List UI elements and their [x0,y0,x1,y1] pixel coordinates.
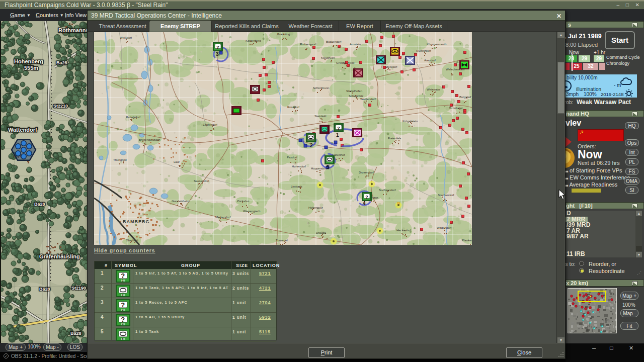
svg-text:Stechendorf: Stechendorf [438,194,454,197]
svg-text:Weißdorf: Weißdorf [120,36,132,39]
svg-text:5: 5 [122,338,124,340]
svg-text:Wotzendorf: Wotzendorf [360,98,376,101]
svg-text:Prachting: Prachting [277,33,290,36]
svg-text:Arendorf: Arendorf [424,59,436,62]
svg-text:Plankenfels: Plankenfels [462,239,472,242]
svg-text:St2190: St2190 [71,286,86,291]
svg-text:Burgstall: Burgstall [459,96,471,99]
svg-text:Hohendorf: Hohendorf [292,165,306,168]
svg-text:Schönbrunn: Schönbrunn [313,86,329,89]
svg-text:4: 4 [122,323,124,326]
svg-text:Turnagel: Turnagel [276,239,287,242]
svg-text:Buckendorf: Buckendorf [326,40,342,43]
svg-text:Gräfenhäusling: Gräfenhäusling [39,253,80,259]
svg-text:Ba28: Ba28 [70,331,82,336]
svg-text:Hohenpolz: Hohenpolz [308,206,323,209]
svg-text:?: ? [365,195,368,200]
svg-text:Hohenberg: Hohenberg [14,58,43,64]
svg-text:Oberhaid: Oberhaid [126,239,138,242]
svg-text:?: ? [121,316,125,323]
svg-text:Rothensand: Rothensand [300,43,316,46]
svg-text:Grünbstal: Grünbstal [449,107,462,110]
svg-text:Gundelsheim: Gundelsheim [172,200,189,203]
svg-text:Thüngfeld: Thüngfeld [113,158,127,161]
svg-text:Zückshut: Zückshut [237,200,250,203]
svg-text:St2210: St2210 [53,104,68,109]
svg-text:4: 4 [363,201,366,206]
svg-text:3: 3 [216,51,219,57]
svg-text:Katzenberg: Katzenberg [246,39,261,42]
svg-text:Stadelhofen: Stadelhofen [346,89,362,93]
svg-text:?: ? [121,272,125,280]
svg-text:Weismain: Weismain [427,88,440,91]
svg-text:Lauf: Lauf [174,160,180,163]
svg-text:?: ? [337,126,340,131]
svg-text:1: 1 [122,280,124,282]
svg-text:Teublitzdorf: Teublitzdorf [416,49,431,52]
svg-text:Rothmanns: Rothmanns [58,27,87,33]
svg-text:2: 2 [122,294,124,297]
svg-text:BAMBERG: BAMBERG [123,219,150,224]
svg-text:?: ? [216,45,219,50]
svg-text:Suchsendorf: Suchsendorf [379,189,396,192]
svg-text:Ba28: Ba28 [39,287,50,292]
svg-text:Zapfendorf: Zapfendorf [203,123,217,126]
svg-text:Arnstein: Arnstein [350,43,361,46]
svg-text:Rattelsdorf: Rattelsdorf [126,116,140,119]
svg-text:Kümmersreuth: Kümmersreuth [427,43,446,46]
svg-text:Wattendorf: Wattendorf [8,127,37,133]
svg-text:Paxdorf: Paxdorf [287,156,297,159]
svg-text:2: 2 [310,143,313,148]
svg-text:5: 5 [327,164,330,170]
svg-text:555m: 555m [24,65,38,71]
svg-text:Wiesengiech: Wiesengiech [243,210,260,213]
svg-text:Ba28: Ba28 [34,202,45,207]
svg-text:Limbach: Limbach [291,185,302,188]
svg-text:Merkendorf: Merkendorf [215,216,231,219]
svg-text:Freienfels: Freienfels [388,137,401,140]
svg-text:Kleukheim: Kleukheim [321,56,335,59]
svg-text:Breitengüßbach: Breitengüßbach [139,138,160,141]
svg-text:Drosendorf: Drosendorf [359,171,374,174]
svg-text:Rossdorf: Rossdorf [287,106,299,109]
svg-text:Wadendorf: Wadendorf [437,226,451,229]
svg-text:Steinfeld: Steinfeld [314,115,326,118]
svg-text:Krögelstein: Krögelstein [403,120,418,123]
svg-text:Ba28: Ba28 [56,60,67,65]
svg-text:?: ? [121,301,125,309]
svg-text:Drauda: Drauda [316,231,326,234]
svg-text:Heckenhof: Heckenhof [396,229,411,232]
svg-text:3: 3 [122,309,124,311]
svg-text:1: 1 [336,132,339,138]
svg-text:Seesendorf: Seesendorf [194,179,209,183]
